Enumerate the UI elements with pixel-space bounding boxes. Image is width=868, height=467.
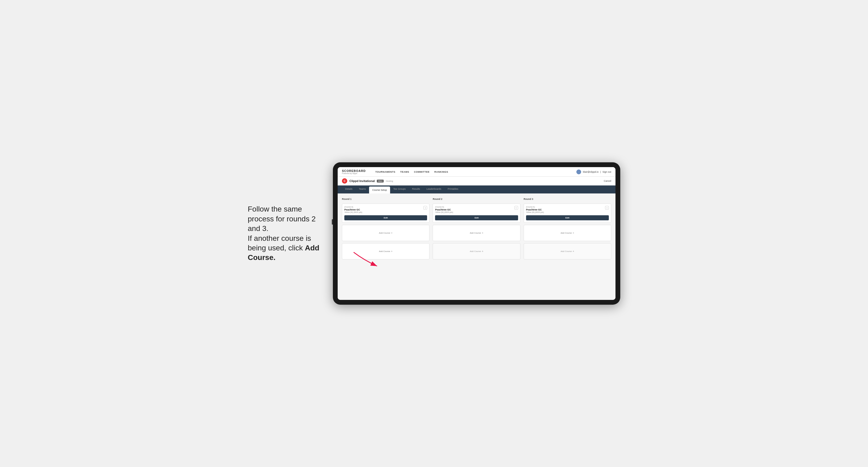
- tab-leaderboards[interactable]: Leaderboards: [423, 185, 445, 193]
- page-wrapper: Follow the same process for rounds 2 and…: [248, 162, 620, 305]
- user-email: blair@clippd.io: [583, 170, 598, 173]
- round-1-edit-button[interactable]: Edit: [344, 215, 427, 220]
- tab-printables[interactable]: Printables: [444, 185, 461, 193]
- round-3-add-label-1: Add Course: [561, 232, 572, 234]
- round-3-add-label-2: Add Course: [561, 250, 572, 252]
- round-2-add-course-card-1[interactable]: Add Course +: [433, 225, 520, 241]
- round-2-course-label: (Course A): [435, 206, 453, 208]
- round-3-course-card: (Course A) Peachtree GC Yellow (M) (6629…: [524, 204, 611, 223]
- round-3-add-course-card-2: Add Course +: [524, 243, 611, 259]
- round-1-add-course-text-1: Add Course +: [379, 231, 393, 235]
- instruction-text: Follow the same process for rounds 2 and…: [248, 205, 319, 261]
- round-1-course-info: (Course A) Peachtree GC Yellow (M) (6629…: [344, 206, 362, 215]
- round-3-course-name: Peachtree GC: [526, 208, 544, 211]
- tab-details[interactable]: Details: [342, 185, 356, 193]
- tab-results[interactable]: Results: [409, 185, 423, 193]
- round-1-plus-icon-1: +: [391, 231, 393, 235]
- round-1-column: Round 1 (Course A) Peachtree GC Yellow (…: [342, 198, 430, 259]
- round-2-course-details: Yellow (M) (6629 yds): [435, 211, 453, 213]
- round-1-course-name: Peachtree GC: [344, 208, 362, 211]
- round-3-title: Round 3: [524, 198, 611, 200]
- instruction-panel: Follow the same process for rounds 2 and…: [248, 205, 322, 262]
- main-content: Round 1 (Course A) Peachtree GC Yellow (…: [338, 193, 616, 300]
- round-3-add-course-text-1: Add Course +: [561, 231, 574, 235]
- nav-rankings[interactable]: RANKINGS: [434, 170, 448, 173]
- tablet-frame: SCOREBOARD Powered by clippd TOURNAMENTS…: [333, 162, 620, 305]
- hosting-label: Hosting: [386, 180, 393, 182]
- tournament-badge: Men: [377, 180, 384, 183]
- round-2-plus-icon-2: +: [482, 250, 484, 253]
- round-1-add-label-2: Add Course: [379, 250, 390, 252]
- tournament-name: Clippd Invitational: [349, 179, 375, 183]
- round-3-add-course-text-2: Add Course +: [561, 250, 574, 253]
- round-3-add-course-card-1[interactable]: Add Course +: [524, 225, 611, 241]
- nav-teams[interactable]: TEAMS: [400, 170, 409, 173]
- cancel-button[interactable]: Cancel: [604, 180, 611, 182]
- round-2-edit-button[interactable]: Edit: [435, 215, 518, 220]
- tab-tee-groups[interactable]: Tee Groups: [390, 185, 409, 193]
- nav-tournaments[interactable]: TOURNAMENTS: [375, 170, 395, 173]
- round-2-card-header: (Course A) Peachtree GC Yellow (M) (6629…: [435, 206, 518, 215]
- tournament-info: C Clippd Invitational Men Hosting: [342, 178, 393, 184]
- round-2-add-label-1: Add Course: [470, 232, 481, 234]
- round-3-plus-icon-2: +: [572, 250, 574, 253]
- round-2-add-label-2: Add Course: [470, 250, 481, 252]
- tablet-side-button: [332, 219, 333, 225]
- nav-right: blair@clippd.io | Sign out: [576, 169, 611, 174]
- round-2-course-name: Peachtree GC: [435, 208, 453, 211]
- user-avatar: [576, 169, 581, 174]
- round-2-add-course-text-2: Add Course +: [470, 250, 483, 253]
- tab-teams[interactable]: Teams: [356, 185, 369, 193]
- tablet-screen: SCOREBOARD Powered by clippd TOURNAMENTS…: [338, 167, 616, 300]
- round-2-add-course-card-2: Add Course +: [433, 243, 520, 259]
- round-1-course-details: Yellow (M) (6629 yds): [344, 211, 362, 213]
- round-1-course-label: (Course A): [344, 206, 362, 208]
- round-1-title: Round 1: [342, 198, 430, 200]
- round-1-course-card: (Course A) Peachtree GC Yellow (M) (6629…: [342, 204, 430, 223]
- round-2-course-info: (Course A) Peachtree GC Yellow (M) (6629…: [435, 206, 453, 215]
- tournament-bar: C Clippd Invitational Men Hosting Cancel: [338, 177, 616, 185]
- tournament-logo: C: [342, 178, 347, 184]
- rounds-grid: Round 1 (Course A) Peachtree GC Yellow (…: [342, 198, 611, 259]
- round-2-delete-button[interactable]: ×: [514, 206, 518, 210]
- round-3-course-info: (Course A) Peachtree GC Yellow (M) (6629…: [526, 206, 544, 215]
- round-1-delete-button[interactable]: ×: [423, 206, 427, 210]
- nav-links: TOURNAMENTS TEAMS COMMITTEE RANKINGS: [375, 170, 570, 173]
- top-nav: SCOREBOARD Powered by clippd TOURNAMENTS…: [338, 167, 616, 177]
- sign-out-link[interactable]: Sign out: [602, 170, 611, 173]
- round-2-course-card: (Course A) Peachtree GC Yellow (M) (6629…: [433, 204, 520, 223]
- round-3-column: Round 3 (Course A) Peachtree GC Yellow (…: [524, 198, 611, 259]
- round-3-course-details: Yellow (M) (6629 yds): [526, 211, 544, 213]
- logo-area: SCOREBOARD Powered by clippd: [342, 169, 366, 174]
- round-1-plus-icon-2: +: [391, 250, 393, 253]
- nav-committee[interactable]: COMMITTEE: [414, 170, 430, 173]
- round-2-title: Round 2: [433, 198, 520, 200]
- round-1-card-header: (Course A) Peachtree GC Yellow (M) (6629…: [344, 206, 427, 215]
- logo-title: SCOREBOARD: [342, 169, 366, 173]
- instruction-bold: Add Course.: [248, 244, 319, 261]
- tab-course-setup[interactable]: Course Setup: [369, 187, 390, 193]
- round-1-add-course-text-2: Add Course +: [379, 250, 393, 253]
- round-2-add-course-text-1: Add Course +: [470, 231, 483, 235]
- logo-sub: Powered by clippd: [342, 173, 366, 174]
- round-3-delete-button[interactable]: ×: [605, 206, 609, 210]
- round-1-add-course-card-1[interactable]: Add Course +: [342, 225, 430, 241]
- round-3-edit-button[interactable]: Edit: [526, 215, 609, 220]
- round-2-column: Round 2 (Course A) Peachtree GC Yellow (…: [433, 198, 520, 259]
- round-1-add-course-card-2[interactable]: Add Course +: [342, 243, 430, 259]
- round-3-course-label: (Course A): [526, 206, 544, 208]
- round-3-plus-icon-1: +: [572, 231, 574, 235]
- round-2-plus-icon-1: +: [482, 231, 484, 235]
- nav-separator: |: [600, 170, 601, 173]
- round-1-add-label-1: Add Course: [379, 232, 390, 234]
- round-3-card-header: (Course A) Peachtree GC Yellow (M) (6629…: [526, 206, 609, 215]
- tab-bar: Details Teams Course Setup Tee Groups Re…: [338, 185, 616, 193]
